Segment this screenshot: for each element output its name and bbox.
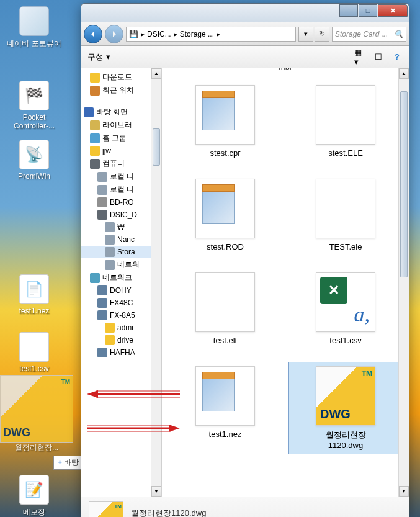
blank-icon <box>195 272 255 332</box>
file-item[interactable]: test1.nez <box>168 362 282 454</box>
tree-item[interactable]: 컴퓨터 <box>81 157 161 170</box>
tree-item-label: 로컬 디 <box>110 184 134 195</box>
tree-item[interactable]: 홈 그룹 <box>81 132 161 145</box>
tree-item[interactable]: HAFHA <box>81 346 161 359</box>
help-button[interactable]: ? <box>391 52 403 63</box>
file-item[interactable]: test1.csv <box>288 268 403 349</box>
titlebar[interactable]: ─ □ ✕ <box>81 4 409 22</box>
tree-item[interactable]: 네트워 <box>81 258 161 271</box>
tree-item[interactable]: 로컬 디 <box>81 183 161 196</box>
file-item[interactable]: test.elt <box>168 268 282 349</box>
drive-icon: 💾 <box>129 30 138 38</box>
maximize-button[interactable]: □ <box>359 4 377 17</box>
desktop-icon-test1-nez[interactable]: 📄 test1.nez <box>6 274 62 315</box>
folder-icon <box>105 260 115 270</box>
tree-item[interactable]: FX-8A5 <box>81 309 161 321</box>
back-button[interactable] <box>84 25 102 43</box>
desktop-icon-naver-photo[interactable]: 네이버 포토뷰어 <box>6 6 62 49</box>
tree-item-label: Stora <box>117 248 135 256</box>
refresh-button[interactable]: ↻ <box>315 27 329 42</box>
desktop-icon-test1-csv[interactable]: a, test1.csv <box>6 332 62 373</box>
tree-item[interactable]: 라이브러 <box>81 119 161 132</box>
partial-file-label: mbr <box>279 68 292 71</box>
tree-item[interactable]: Nanc <box>81 233 161 246</box>
search-input[interactable]: Storage Card ... 🔍 <box>332 27 406 42</box>
tree-item[interactable]: drive <box>81 334 161 346</box>
detail-filename: 월정리현장1120.dwg <box>131 508 206 517</box>
tree-item-label: 네트워 <box>117 259 140 270</box>
folder-icon <box>97 310 107 320</box>
tree-item-label: jjw <box>102 146 111 155</box>
desktop-drag-ghost-dwg: DWG 월정리현장... <box>0 375 73 453</box>
minimize-button[interactable]: ─ <box>339 4 358 17</box>
close-button[interactable]: ✕ <box>378 4 408 17</box>
scroll-down-button[interactable]: ▼ <box>399 486 409 497</box>
files-scroll-thumb[interactable] <box>400 91 408 277</box>
detail-thumb-dwg-icon <box>89 501 123 518</box>
tree-item-label: admi <box>117 323 133 332</box>
file-item[interactable]: stest.ELE <box>288 81 403 162</box>
tree-scroll-thumb[interactable] <box>153 128 160 166</box>
scroll-down-button[interactable]: ▼ <box>151 486 161 497</box>
tree-item[interactable]: 네트워크 <box>81 271 161 284</box>
tree-item-label: DOHY <box>110 286 132 295</box>
folder-icon <box>90 146 100 156</box>
files-scrollbar[interactable]: ▲ ▼ <box>398 68 409 497</box>
tree-item[interactable]: 최근 위치 <box>81 84 161 97</box>
tree-item-label: BD-RO <box>110 198 134 207</box>
file-view: mbr stest.cprstest.ELEstest.RODTEST.elet… <box>162 68 409 497</box>
file-item[interactable]: stest.cpr <box>168 81 282 162</box>
tree-item[interactable]: admi <box>81 321 161 334</box>
tree-item-label: FX-8A5 <box>110 311 135 320</box>
tree-item[interactable]: DSIC_D <box>81 209 161 221</box>
desktop-icon-promiwin[interactable]: 📡 PromiWin <box>6 140 62 181</box>
tree-item[interactable]: FX48C <box>81 297 161 309</box>
tree-item-label: 컴퓨터 <box>102 158 125 169</box>
file-item[interactable]: TEST.ele <box>288 174 403 256</box>
tree-item-label: 바탕 화면 <box>96 107 128 117</box>
file-item[interactable]: 월정리현장 1120.dwg <box>288 362 403 454</box>
tree-item-label: 네트워크 <box>102 272 132 283</box>
tree-item-label: 다운로드 <box>102 72 132 83</box>
forward-button[interactable] <box>105 25 123 43</box>
navigation-tree: 다운로드최근 위치바탕 화면라이브러홈 그룹jjw컴퓨터로컬 디로컬 디BD-R… <box>81 68 162 497</box>
folder-icon <box>90 273 100 283</box>
desktop-drag-label: 월정리현장... <box>0 443 73 453</box>
file-name-label: stest.cpr <box>210 148 240 158</box>
desktop-icon-label: test1.nez <box>6 307 62 315</box>
tree-item[interactable]: Stora <box>81 246 161 258</box>
scroll-up-button[interactable]: ▲ <box>399 68 409 79</box>
desktop-icon-label: 메모장 <box>6 507 62 517</box>
desktop-icon-label: PromiWin <box>6 172 62 181</box>
tree-item[interactable]: ₩ <box>81 221 161 233</box>
blank-icon <box>316 85 375 145</box>
breadcrumb[interactable]: 💾 ▸ DSIC... ▸ Storage ... ▸ <box>126 27 296 42</box>
dropdown-button[interactable]: ▾ <box>298 27 313 42</box>
scroll-up-button[interactable]: ▲ <box>151 68 161 79</box>
tree-item[interactable]: 로컬 디 <box>81 170 161 183</box>
tree-item[interactable]: DOHY <box>81 284 161 297</box>
tree-item[interactable]: jjw <box>81 145 161 157</box>
notepad-icon <box>195 366 255 426</box>
blank-icon <box>316 179 375 238</box>
desktop-icon-pocket-controller[interactable]: 🏁 Pocket Controller-... <box>6 81 62 130</box>
tree-item[interactable]: 바탕 화면 <box>81 106 161 119</box>
tree-item[interactable]: BD-RO <box>81 196 161 209</box>
view-button[interactable]: ▦ ▾ <box>354 52 365 63</box>
file-name-label: stest.ELE <box>328 148 363 158</box>
tree-scrollbar[interactable]: ▲ ▼ <box>151 68 161 497</box>
tree-item[interactable]: 다운로드 <box>81 71 161 84</box>
preview-button[interactable]: ☐ <box>373 52 384 63</box>
folder-icon <box>97 185 107 195</box>
folder-icon <box>90 73 100 83</box>
organize-button[interactable]: 구성 ▾ <box>87 52 110 63</box>
tree-item-label: 로컬 디 <box>110 171 134 182</box>
file-name-label: stest.ROD <box>207 242 244 251</box>
desktop-icon-notepad[interactable]: 📝 메모장 <box>6 475 62 517</box>
tree-item-label: ₩ <box>117 223 125 232</box>
tree-item-label: Nanc <box>117 235 135 244</box>
file-item[interactable]: stest.ROD <box>168 174 282 256</box>
folder-icon <box>97 285 107 295</box>
folder-icon <box>105 235 115 245</box>
tree-item-label: drive <box>117 336 133 344</box>
